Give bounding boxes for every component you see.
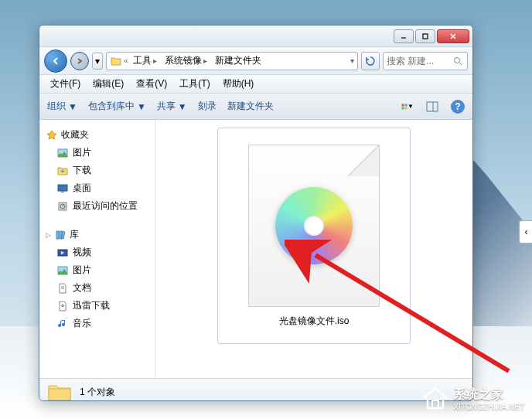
file-view[interactable]: 光盘镜像文件.iso bbox=[155, 120, 472, 378]
menu-edit[interactable]: 编辑(E) bbox=[88, 76, 128, 92]
menu-tools[interactable]: 工具(T) bbox=[175, 76, 214, 92]
address-bar: ▾ « 工具▸ 系统镜像▸ 新建文件夹 ▾ bbox=[39, 47, 472, 75]
file-item-iso[interactable]: 光盘镜像文件.iso bbox=[217, 128, 411, 344]
include-in-library-button[interactable]: 包含到库中 ▼ bbox=[88, 100, 146, 113]
sidebar-item-label: 音乐 bbox=[73, 317, 91, 330]
pictures-icon bbox=[56, 147, 69, 159]
sidebar-item-desktop[interactable]: 桌面 bbox=[43, 179, 152, 197]
close-button[interactable] bbox=[437, 29, 469, 43]
svg-point-4 bbox=[455, 57, 460, 63]
sidebar-item-label: 图片 bbox=[73, 146, 91, 159]
svg-rect-15 bbox=[61, 191, 64, 192]
pictures-icon bbox=[56, 264, 69, 277]
statusbar: 1 个对象 bbox=[39, 378, 472, 401]
svg-rect-23 bbox=[432, 400, 438, 408]
iso-file-icon bbox=[248, 145, 380, 307]
sidebar-item-label: 桌面 bbox=[73, 182, 91, 195]
sidebar-favorites-header[interactable]: 收藏夹 bbox=[43, 126, 152, 144]
explorer-window: ▾ « 工具▸ 系统镜像▸ 新建文件夹 ▾ 文件(F) 编辑(E) 查看(V) … bbox=[39, 25, 473, 401]
svg-rect-10 bbox=[427, 102, 438, 111]
chevron-down-icon: ▾ bbox=[95, 56, 100, 66]
folder-icon bbox=[110, 55, 122, 67]
search-icon bbox=[452, 55, 464, 67]
downloads-icon bbox=[56, 165, 69, 177]
svg-rect-14 bbox=[58, 185, 67, 191]
disc-icon bbox=[275, 187, 353, 264]
navigation-sidebar: 收藏夹 图片 下载 桌面 最近访问的位置 ▷库 视频 图片 文档 迅雷下载 音乐 bbox=[39, 120, 155, 378]
sidebar-item-thunder[interactable]: 迅雷下载 bbox=[43, 297, 152, 315]
status-count: 1 个对象 bbox=[80, 386, 115, 399]
video-icon bbox=[56, 247, 69, 259]
menu-help[interactable]: 帮助(H) bbox=[218, 76, 259, 92]
expand-tab-button[interactable]: ‹ bbox=[519, 220, 532, 244]
chevron-down-icon: ▼ bbox=[178, 101, 187, 112]
svg-point-13 bbox=[60, 151, 62, 152]
expand-icon: ▷ bbox=[46, 231, 51, 239]
svg-rect-6 bbox=[402, 104, 404, 106]
sidebar-item-videos[interactable]: 视频 bbox=[43, 244, 152, 261]
content-area: 收藏夹 图片 下载 桌面 最近访问的位置 ▷库 视频 图片 文档 迅雷下载 音乐 bbox=[39, 120, 472, 378]
sidebar-libraries-header[interactable]: ▷库 bbox=[43, 226, 152, 244]
sidebar-item-label: 最近访问的位置 bbox=[73, 199, 138, 213]
recent-icon bbox=[56, 200, 69, 213]
help-button[interactable]: ? bbox=[451, 100, 465, 114]
star-icon bbox=[46, 129, 58, 141]
breadcrumb-prefix: « bbox=[124, 56, 128, 65]
sidebar-item-pictures-lib[interactable]: 图片 bbox=[43, 261, 152, 279]
minimize-button[interactable] bbox=[394, 29, 414, 43]
nav-history-dropdown[interactable]: ▾ bbox=[92, 53, 103, 70]
new-folder-button[interactable]: 新建文件夹 bbox=[227, 100, 274, 113]
music-icon bbox=[56, 318, 69, 330]
toolbar: 组织 ▼ 包含到库中 ▼ 共享 ▼ 刻录 新建文件夹 ▼ ? bbox=[39, 94, 472, 120]
menu-view[interactable]: 查看(V) bbox=[131, 76, 172, 92]
desktop-icon bbox=[56, 182, 69, 195]
folder-icon bbox=[47, 383, 72, 402]
view-options-button[interactable]: ▼ bbox=[401, 100, 414, 113]
document-icon bbox=[56, 282, 69, 295]
titlebar bbox=[39, 26, 472, 47]
forward-button[interactable] bbox=[70, 52, 89, 70]
breadcrumb[interactable]: « 工具▸ 系统镜像▸ 新建文件夹 ▾ bbox=[106, 52, 358, 70]
watermark-title: 系统之家 bbox=[454, 387, 525, 403]
svg-rect-8 bbox=[402, 107, 404, 109]
svg-rect-1 bbox=[423, 34, 428, 39]
sidebar-item-documents[interactable]: 文档 bbox=[43, 279, 152, 297]
preview-pane-button[interactable] bbox=[426, 100, 438, 113]
chevron-down-icon[interactable]: ▾ bbox=[350, 56, 354, 65]
chevron-down-icon: ▼ bbox=[137, 101, 146, 112]
sidebar-item-label: 迅雷下载 bbox=[73, 299, 110, 312]
sidebar-item-label: 文档 bbox=[73, 281, 91, 295]
breadcrumb-segment[interactable]: 系统镜像▸ bbox=[162, 54, 210, 67]
organize-button[interactable]: 组织 ▼ bbox=[47, 100, 77, 113]
sidebar-item-downloads[interactable]: 下载 bbox=[43, 162, 152, 179]
back-button[interactable] bbox=[44, 49, 67, 73]
breadcrumb-segment[interactable]: 新建文件夹 bbox=[212, 54, 264, 67]
svg-line-5 bbox=[459, 63, 462, 65]
file-name-label: 光盘镜像文件.iso bbox=[279, 315, 350, 328]
breadcrumb-segment[interactable]: 工具▸ bbox=[130, 54, 160, 67]
refresh-button[interactable] bbox=[361, 52, 380, 70]
menubar: 文件(F) 编辑(E) 查看(V) 工具(T) 帮助(H) bbox=[39, 75, 472, 94]
menu-file[interactable]: 文件(F) bbox=[46, 76, 85, 92]
burn-button[interactable]: 刻录 bbox=[198, 100, 217, 113]
chevron-down-icon: ▼ bbox=[68, 101, 77, 112]
search-box[interactable] bbox=[383, 52, 468, 70]
sidebar-item-label: 下载 bbox=[73, 164, 91, 177]
search-input[interactable] bbox=[387, 56, 448, 66]
house-icon bbox=[421, 385, 449, 413]
share-button[interactable]: 共享 ▼ bbox=[157, 100, 187, 113]
sidebar-item-label: 图片 bbox=[73, 264, 91, 277]
maximize-button[interactable] bbox=[415, 29, 435, 43]
sidebar-item-music[interactable]: 音乐 bbox=[43, 315, 152, 332]
sidebar-item-pictures[interactable]: 图片 bbox=[43, 144, 152, 162]
sidebar-item-label: 视频 bbox=[73, 246, 91, 259]
sidebar-item-recent[interactable]: 最近访问的位置 bbox=[43, 197, 152, 215]
download-icon bbox=[56, 300, 69, 312]
watermark: 系统之家 XITONGZHIJIA.NET bbox=[421, 385, 525, 413]
watermark-url: XITONGZHIJIA.NET bbox=[454, 403, 525, 411]
library-icon bbox=[54, 229, 66, 241]
